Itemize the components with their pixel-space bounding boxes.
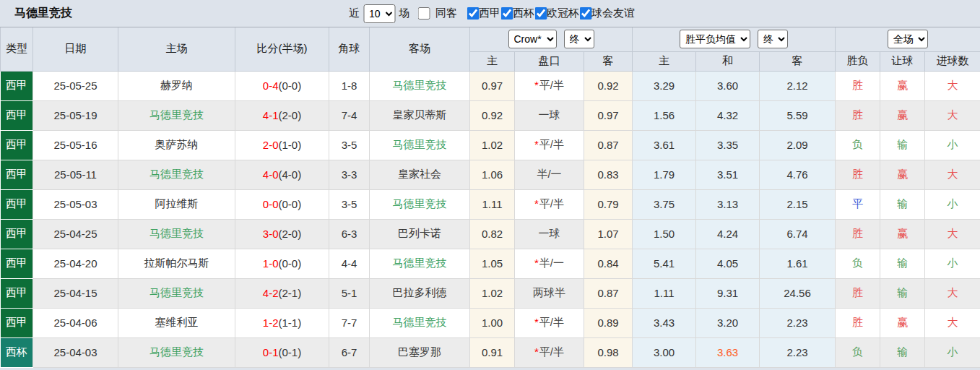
match-row: 西甲25-04-25马德里竞技3-0(2-0)6-3巴列卡诺0.82一球1.07… [1, 219, 980, 249]
handicap-text: 一球 [539, 108, 560, 121]
away-team-link[interactable]: 马德里竞技 [393, 79, 447, 91]
match-date: 25-04-20 [33, 249, 118, 278]
result-goals: 大 [925, 219, 980, 249]
half-time-score: (2-0) [279, 228, 302, 240]
handicap-line: 两球半 [515, 278, 584, 308]
col-header-score: 比分(半场) [235, 27, 329, 71]
handicap-line: 一球 [515, 100, 584, 130]
same-venue-checkbox[interactable] [417, 7, 430, 20]
home-team-link[interactable]: 马德里竞技 [149, 108, 204, 121]
home-team-link[interactable]: 马德里竞技 [149, 227, 204, 239]
league-badge: 西甲 [1, 100, 33, 130]
match-date: 25-05-25 [33, 71, 118, 100]
home-team-cell: 马德里竞技 [118, 100, 235, 130]
average-time-select[interactable]: 终 [758, 30, 788, 48]
full-time-score: 4-0 [263, 168, 279, 181]
away-team-link[interactable]: 巴塞罗那 [398, 345, 441, 358]
handicap-star: * [534, 79, 539, 91]
filter-controls: 近 10 场 同客 西甲西杯欧冠杯球会友谊 [345, 4, 635, 23]
handicap-away-odds: 0.98 [584, 337, 633, 367]
home-team-link[interactable]: 奥萨苏纳 [155, 138, 199, 150]
avg-draw-odds: 3.51 [696, 160, 760, 189]
bookmaker-select[interactable]: Crow* [508, 30, 557, 48]
away-team-link[interactable]: 马德里竞技 [393, 316, 447, 328]
match-row: 西甲25-05-19马德里竞技4-1(2-0)7-4皇家贝蒂斯0.92一球0.9… [1, 100, 980, 130]
result-win-loss: 负 [836, 130, 880, 160]
home-team-link[interactable]: 赫罗纳 [160, 79, 193, 91]
handicap-text: 平/半 [539, 316, 564, 328]
league-filter-label: 西甲 [479, 7, 500, 20]
league-filter-label: 球会友谊 [591, 7, 635, 20]
handicap-text: 半/一 [539, 257, 564, 269]
league-checkbox[interactable] [579, 7, 591, 20]
home-team-link[interactable]: 塞维利亚 [155, 316, 199, 328]
home-team-link[interactable]: 马德里竞技 [149, 286, 204, 298]
handicap-line: *半/一 [515, 249, 584, 278]
away-team-cell: 皇家社会 [370, 160, 470, 189]
home-team-cell: 塞维利亚 [118, 308, 235, 337]
avg-home-odds: 1.79 [633, 160, 696, 189]
recent-count-select[interactable]: 10 [363, 4, 395, 23]
away-team-link[interactable]: 马德里竞技 [393, 197, 447, 210]
half-time-score: (4-0) [279, 168, 302, 181]
col-header-home: 主场 [118, 27, 235, 71]
handicap-away-odds: 0.89 [584, 308, 633, 337]
corner-score: 1-8 [329, 71, 370, 100]
match-score: 0-0(0-0) [235, 189, 329, 219]
league-checkbox[interactable] [467, 7, 479, 20]
away-team-link[interactable]: 巴拉多利德 [393, 286, 447, 298]
bookmaker-odds-header: Crow* 终 [470, 27, 633, 51]
avg-away-odds: 4.76 [760, 160, 836, 189]
away-team-link[interactable]: 皇家社会 [398, 168, 441, 180]
match-score: 3-0(2-0) [235, 219, 329, 249]
half-time-score: (0-0) [279, 79, 302, 92]
handicap-away-odds: 0.83 [584, 160, 633, 189]
avg-home-odds: 3.29 [633, 71, 696, 100]
match-score: 0-1(0-1) [235, 337, 329, 367]
away-team-link[interactable]: 马德里竞技 [393, 257, 447, 269]
match-row: 西甲25-04-15马德里竞技4-2(2-1)5-1巴拉多利德1.02两球半0.… [1, 278, 980, 308]
corner-score: 5-1 [329, 278, 370, 308]
home-team-cell: 马德里竞技 [118, 337, 235, 367]
league-checkbox[interactable] [500, 7, 513, 20]
result-handicap: 输 [880, 189, 925, 219]
match-date: 25-05-03 [33, 189, 118, 219]
full-time-score: 1-0 [263, 257, 279, 270]
home-team-link[interactable]: 拉斯帕尔马斯 [144, 257, 209, 269]
match-row: 西甲25-05-11马德里竞技4-0(4-0)3-3皇家社会1.06半/一0.8… [1, 160, 980, 189]
corner-score: 3-5 [329, 189, 370, 219]
away-team-cell: 巴塞罗那 [370, 337, 470, 367]
result-goals: 大 [925, 278, 980, 308]
away-team-link[interactable]: 马德里竞技 [393, 138, 447, 150]
avg-draw-odds: 3.63 [696, 337, 760, 367]
corner-score: 6-3 [329, 219, 370, 249]
match-row: 西甲25-05-03阿拉维斯0-0(0-0)3-5马德里竞技1.11*平/半0.… [1, 189, 980, 219]
away-team-link[interactable]: 巴列卡诺 [398, 227, 441, 239]
result-win-loss: 负 [836, 249, 880, 278]
league-filter-2: 欧冠杯 [534, 7, 579, 20]
avg-draw-odds: 3.13 [696, 189, 760, 219]
away-team-cell: 巴列卡诺 [370, 219, 470, 249]
scope-select[interactable]: 全场 [888, 30, 928, 48]
average-odds-select[interactable]: 胜平负均值 [680, 30, 750, 48]
home-team-link[interactable]: 阿拉维斯 [155, 197, 199, 210]
col-header-date: 日期 [33, 27, 118, 71]
result-win-loss: 平 [836, 189, 880, 219]
half-time-score: (0-1) [279, 346, 302, 358]
full-time-score: 0-0 [263, 198, 279, 210]
corner-score: 7-4 [329, 100, 370, 130]
topbar: 马德里竞技 近 10 场 同客 西甲西杯欧冠杯球会友谊 [0, 0, 980, 27]
home-team-link[interactable]: 马德里竞技 [149, 168, 204, 180]
bookmaker-time-select[interactable]: 终 [564, 30, 594, 48]
league-checkbox[interactable] [534, 7, 547, 20]
matches-label: 场 [399, 7, 409, 20]
away-team-cell: 马德里竞技 [370, 308, 470, 337]
home-team-link[interactable]: 马德里竞技 [149, 345, 204, 358]
page-title: 马德里竞技 [14, 6, 72, 21]
scope-header: 全场 [836, 27, 980, 51]
result-handicap: 赢 [880, 71, 925, 100]
handicap-home-odds: 0.91 [470, 337, 515, 367]
league-badge: 西甲 [1, 160, 33, 189]
league-badge: 西甲 [1, 219, 33, 249]
away-team-link[interactable]: 皇家贝蒂斯 [393, 108, 447, 121]
